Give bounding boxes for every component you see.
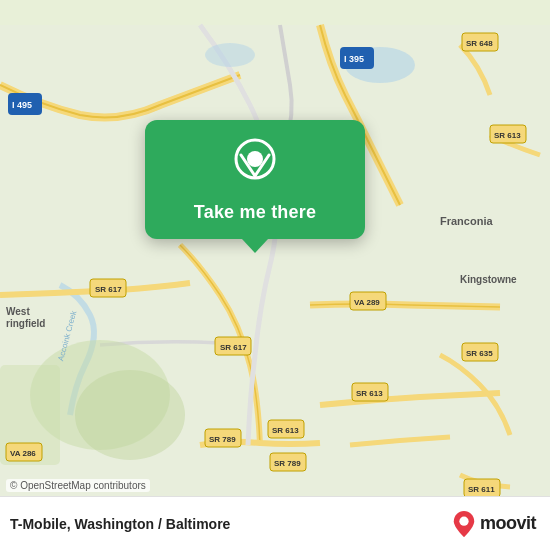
map-container: I 495 I 395 SR 617 SR 617 VA 289 SR 789 … [0, 0, 550, 550]
svg-point-41 [459, 516, 468, 525]
svg-text:SR 613: SR 613 [356, 389, 383, 398]
svg-point-5 [205, 43, 255, 67]
station-name: T-Mobile, Washington / Baltimore [10, 516, 230, 532]
svg-text:West: West [6, 306, 30, 317]
svg-text:SR 617: SR 617 [95, 285, 122, 294]
station-info: T-Mobile, Washington / Baltimore [10, 515, 230, 533]
svg-point-40 [247, 151, 263, 167]
location-pin-icon [229, 138, 281, 190]
svg-point-2 [75, 370, 185, 460]
map-copyright: © OpenStreetMap contributors [6, 479, 150, 492]
take-me-there-button[interactable]: Take me there [194, 202, 316, 223]
svg-text:ringfield: ringfield [6, 318, 45, 329]
svg-text:VA 289: VA 289 [354, 298, 380, 307]
svg-text:SR 648: SR 648 [466, 39, 493, 48]
svg-text:Franconia: Franconia [440, 215, 493, 227]
svg-text:SR 611: SR 611 [468, 485, 495, 494]
map-background: I 495 I 395 SR 617 SR 617 VA 289 SR 789 … [0, 0, 550, 550]
svg-text:SR 789: SR 789 [274, 459, 301, 468]
svg-text:SR 613: SR 613 [272, 426, 299, 435]
svg-text:SR 617: SR 617 [220, 343, 247, 352]
svg-text:SR 789: SR 789 [209, 435, 236, 444]
svg-text:I 395: I 395 [344, 54, 364, 64]
popup-card[interactable]: Take me there [145, 120, 365, 239]
moovit-pin-icon [453, 511, 475, 537]
svg-text:SR 635: SR 635 [466, 349, 493, 358]
svg-text:Kingstowne: Kingstowne [460, 274, 517, 285]
svg-text:SR 613: SR 613 [494, 131, 521, 140]
moovit-brand-text: moovit [480, 513, 536, 534]
svg-text:I 495: I 495 [12, 100, 32, 110]
moovit-logo: moovit [453, 511, 536, 537]
bottom-bar: T-Mobile, Washington / Baltimore moovit [0, 496, 550, 550]
svg-text:VA 286: VA 286 [10, 449, 36, 458]
